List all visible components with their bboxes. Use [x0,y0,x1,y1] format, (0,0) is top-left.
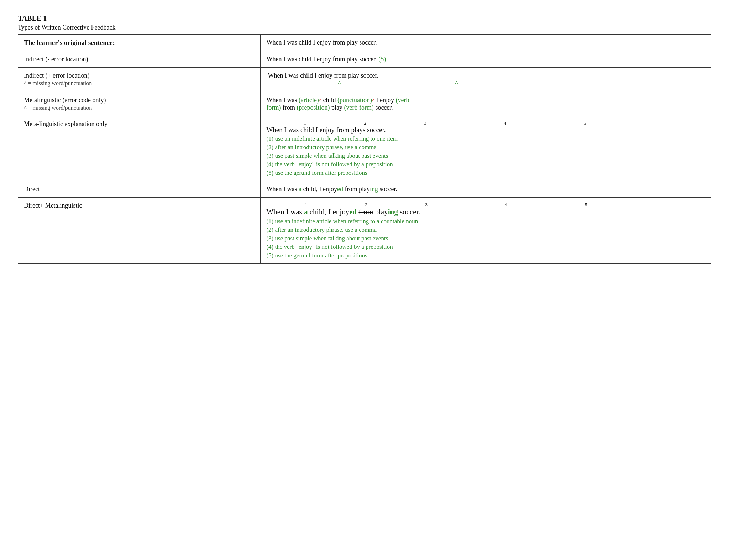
right-cell-direct-metalinguistic: 1 2 3 4 5 When I was a child, I enjoyed … [261,198,711,264]
left-cell-indirect-plus: Indirect (+ error location) ^ = missing … [18,68,261,92]
exp-line-3: (3) use past simple when talking about p… [266,152,705,159]
caret-article: ^ [319,98,321,103]
verb-form-code-2: (verb form) [344,104,373,111]
punctuation-code: (punctuation) [337,96,372,104]
table-row-header: The learner's original sentence: When I … [18,35,711,51]
caret-note-indirect-plus: ^ = missing word/punctuation [24,80,92,86]
dm-exp-line-3: (3) use past simple when talking about p… [266,235,705,242]
article-code: (article) [299,96,319,104]
table-row-direct-metalinguistic: Direct+ Metalinguistic 1 2 3 4 5 When I … [18,198,711,264]
caret-punct: ^ [372,98,374,103]
exp-line-4: (4) the verb "enjoy" is not followed by … [266,161,705,168]
dm-verb-ing: ing [388,208,398,216]
table-row-direct: Direct When I was a child, I enjoyed fro… [18,181,711,198]
right-cell-indirect-minus: When I was child I enjoy from play socce… [261,51,711,68]
numbered-sentence-container: 1 2 3 4 5 When I was child I enjoy from … [266,120,705,134]
exp-line-2: (2) after an introductory phrase, use a … [266,144,705,151]
verb-ed: ed [337,185,343,193]
article-a: a [299,185,301,193]
table-row-indirect-plus: Indirect (+ error location) ^ = missing … [18,68,711,92]
dm-article-a: a [304,208,308,216]
dm-exp-line-2: (2) after an introductory phrase, use a … [266,226,705,234]
left-cell-indirect-minus: Indirect (- error location) [18,51,261,68]
left-cell-metalinguistic-explanation: Meta-linguistic explanation only [18,116,261,181]
right-cell-metalinguistic-explanation: 1 2 3 4 5 When I was child I enjoy from … [261,116,711,181]
left-cell-direct-metalinguistic: Direct+ Metalinguistic [18,198,261,264]
right-cell-metalinguistic-code: When I was (article)^ child (punctuation… [261,92,711,116]
dm-strikethrough-from: from [358,208,373,216]
underlined-text: enjoy from play [318,72,359,79]
left-cell-metalinguistic-code: Metalinguistic (error code only) ^ = mis… [18,92,261,116]
direct-sentence: When I was a child, I enjoyed from playi… [266,185,397,193]
dm-numbered-sentence-container: 1 2 3 4 5 When I was a child, I enjoyed … [266,202,705,216]
dm-sentence: When I was a child, I enjoyed from playi… [266,208,705,216]
right-cell-indirect-plus: When I was child I enjoy from play socce… [261,68,711,92]
header-right-cell: When I was child I enjoy from play socce… [261,35,711,51]
header-left-cell: The learner's original sentence: [18,35,261,51]
exp-line-1: (1) use an indefinite article when refer… [266,135,705,142]
main-table: The learner's original sentence: When I … [18,34,711,264]
dm-exp-line-4: (4) the verb "enjoy" is not followed by … [266,244,705,251]
dm-verb-ed: ed [349,208,357,216]
strikethrough-from: from [345,185,357,193]
verb-ing: ing [370,185,378,193]
table-subtitle: Types of Written Corrective Feedback [18,24,711,31]
carets-row: ^ ^ [266,79,705,88]
table-title: TABLE 1 [18,14,711,22]
number-superscripts-row: 1 2 3 4 5 [266,120,705,126]
meta-exp-sentence: When I was child I enjoy from plays socc… [266,126,705,134]
table-row-metalinguistic-explanation: Meta-linguistic explanation only 1 2 3 4… [18,116,711,181]
indirect-plus-sentence: When I was child I enjoy from play socce… [266,72,705,79]
right-cell-direct: When I was a child, I enjoyed from playi… [261,181,711,198]
dm-number-superscripts-row: 1 2 3 4 5 [266,202,705,208]
dm-exp-line-1: (1) use an indefinite article when refer… [266,218,705,225]
left-cell-direct: Direct [18,181,261,198]
exp-line-5: (5) use the gerund form after prepositio… [266,169,705,177]
dm-exp-line-5: (5) use the gerund form after prepositio… [266,252,705,259]
meta-sentence: When I was (article)^ child (punctuation… [266,96,409,111]
error-count-badge: (5) [378,56,386,63]
table-row-metalinguistic-code: Metalinguistic (error code only) ^ = mis… [18,92,711,116]
caret-note-metalinguistic: ^ = missing word/punctuation [24,105,92,111]
preposition-code: (preposition) [297,104,330,111]
table-row-indirect-minus: Indirect (- error location) When I was c… [18,51,711,68]
